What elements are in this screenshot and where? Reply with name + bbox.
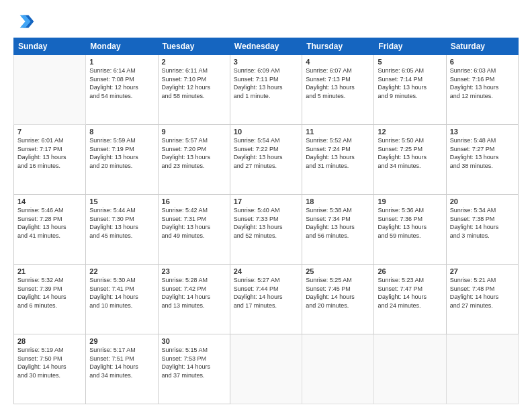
cell-content: Sunrise: 5:48 AMSunset: 7:27 PMDaylight:… — [450, 136, 515, 170]
day-number: 14 — [17, 197, 82, 205]
week-row-0: 1Sunrise: 6:14 AMSunset: 7:08 PMDaylight… — [14, 55, 519, 125]
calendar-cell: 22Sunrise: 5:30 AMSunset: 7:41 PMDayligh… — [86, 265, 158, 334]
day-number: 24 — [234, 267, 298, 275]
day-number: 15 — [89, 197, 154, 205]
day-number: 22 — [89, 267, 154, 275]
day-number: 30 — [162, 337, 226, 345]
cell-content: Sunrise: 5:36 AMSunset: 7:36 PMDaylight:… — [378, 206, 442, 240]
calendar-cell: 12Sunrise: 5:50 AMSunset: 7:25 PMDayligh… — [374, 125, 446, 195]
calendar-cell: 19Sunrise: 5:36 AMSunset: 7:36 PMDayligh… — [374, 195, 446, 265]
day-header-monday: Monday — [86, 38, 158, 55]
cell-content: Sunrise: 5:27 AMSunset: 7:44 PMDaylight:… — [234, 276, 298, 310]
day-number: 13 — [450, 128, 515, 136]
cell-content: Sunrise: 6:03 AMSunset: 7:16 PMDaylight:… — [450, 66, 515, 100]
calendar-cell: 27Sunrise: 5:21 AMSunset: 7:48 PMDayligh… — [446, 265, 518, 334]
calendar-cell: 25Sunrise: 5:25 AMSunset: 7:45 PMDayligh… — [302, 265, 374, 334]
week-row-1: 7Sunrise: 6:01 AMSunset: 7:17 PMDaylight… — [14, 125, 519, 195]
calendar-cell: 6Sunrise: 6:03 AMSunset: 7:16 PMDaylight… — [446, 55, 518, 125]
calendar-cell — [302, 334, 374, 404]
cell-content: Sunrise: 5:42 AMSunset: 7:31 PMDaylight:… — [162, 206, 226, 240]
cell-content: Sunrise: 5:40 AMSunset: 7:33 PMDaylight:… — [234, 206, 298, 240]
cell-content: Sunrise: 6:11 AMSunset: 7:10 PMDaylight:… — [162, 66, 226, 100]
day-number: 12 — [378, 128, 442, 136]
cell-content: Sunrise: 5:52 AMSunset: 7:24 PMDaylight:… — [306, 136, 370, 170]
calendar-cell: 2Sunrise: 6:11 AMSunset: 7:10 PMDaylight… — [158, 55, 230, 125]
calendar-cell — [230, 334, 302, 404]
cell-content: Sunrise: 5:25 AMSunset: 7:45 PMDaylight:… — [306, 276, 370, 310]
day-number: 29 — [89, 337, 154, 345]
day-number: 4 — [306, 58, 370, 66]
cell-content: Sunrise: 6:01 AMSunset: 7:17 PMDaylight:… — [17, 136, 82, 170]
cell-content: Sunrise: 5:38 AMSunset: 7:34 PMDaylight:… — [306, 206, 370, 240]
calendar-cell — [374, 334, 446, 404]
calendar-cell: 14Sunrise: 5:46 AMSunset: 7:28 PMDayligh… — [14, 195, 86, 265]
week-row-4: 28Sunrise: 5:19 AMSunset: 7:50 PMDayligh… — [14, 334, 519, 404]
week-row-2: 14Sunrise: 5:46 AMSunset: 7:28 PMDayligh… — [14, 195, 519, 265]
day-number: 1 — [89, 58, 154, 66]
cell-content: Sunrise: 5:19 AMSunset: 7:50 PMDaylight:… — [17, 346, 82, 379]
calendar-cell: 11Sunrise: 5:52 AMSunset: 7:24 PMDayligh… — [302, 125, 374, 195]
day-number: 9 — [162, 128, 226, 136]
day-number: 25 — [306, 267, 370, 275]
calendar-cell: 10Sunrise: 5:54 AMSunset: 7:22 PMDayligh… — [230, 125, 302, 195]
calendar-cell: 29Sunrise: 5:17 AMSunset: 7:51 PMDayligh… — [86, 334, 158, 404]
day-header-saturday: Saturday — [446, 38, 518, 55]
calendar-cell: 7Sunrise: 6:01 AMSunset: 7:17 PMDaylight… — [14, 125, 86, 195]
cell-content: Sunrise: 6:07 AMSunset: 7:13 PMDaylight:… — [306, 66, 370, 100]
day-header-thursday: Thursday — [302, 38, 374, 55]
calendar-cell: 17Sunrise: 5:40 AMSunset: 7:33 PMDayligh… — [230, 195, 302, 265]
cell-content: Sunrise: 5:54 AMSunset: 7:22 PMDaylight:… — [234, 136, 298, 170]
cell-content: Sunrise: 6:14 AMSunset: 7:08 PMDaylight:… — [89, 66, 154, 100]
calendar-cell: 5Sunrise: 6:05 AMSunset: 7:14 PMDaylight… — [374, 55, 446, 125]
day-number: 20 — [450, 197, 515, 205]
calendar-cell: 28Sunrise: 5:19 AMSunset: 7:50 PMDayligh… — [14, 334, 86, 404]
day-number: 26 — [378, 267, 442, 275]
calendar-cell: 8Sunrise: 5:59 AMSunset: 7:19 PMDaylight… — [86, 125, 158, 195]
calendar-cell: 4Sunrise: 6:07 AMSunset: 7:13 PMDaylight… — [302, 55, 374, 125]
cell-content: Sunrise: 5:15 AMSunset: 7:53 PMDaylight:… — [162, 346, 226, 379]
calendar-cell — [446, 334, 518, 404]
cell-content: Sunrise: 5:57 AMSunset: 7:20 PMDaylight:… — [162, 136, 226, 170]
cell-content: Sunrise: 5:46 AMSunset: 7:28 PMDaylight:… — [17, 206, 82, 240]
day-number: 18 — [306, 197, 370, 205]
day-number: 5 — [378, 58, 442, 66]
day-number: 8 — [89, 128, 154, 136]
calendar-cell: 9Sunrise: 5:57 AMSunset: 7:20 PMDaylight… — [158, 125, 230, 195]
day-header-friday: Friday — [374, 38, 446, 55]
calendar-cell: 1Sunrise: 6:14 AMSunset: 7:08 PMDaylight… — [86, 55, 158, 125]
logo-icon — [13, 11, 35, 32]
cell-content: Sunrise: 5:34 AMSunset: 7:38 PMDaylight:… — [450, 206, 515, 240]
day-number: 16 — [162, 197, 226, 205]
cell-content: Sunrise: 5:32 AMSunset: 7:39 PMDaylight:… — [17, 276, 82, 310]
calendar-cell: 30Sunrise: 5:15 AMSunset: 7:53 PMDayligh… — [158, 334, 230, 404]
day-number: 19 — [378, 197, 442, 205]
cell-content: Sunrise: 5:23 AMSunset: 7:47 PMDaylight:… — [378, 276, 442, 310]
header — [13, 11, 519, 32]
cell-content: Sunrise: 5:44 AMSunset: 7:30 PMDaylight:… — [89, 206, 154, 240]
day-number: 17 — [234, 197, 298, 205]
cell-content: Sunrise: 5:59 AMSunset: 7:19 PMDaylight:… — [89, 136, 154, 170]
calendar-cell: 21Sunrise: 5:32 AMSunset: 7:39 PMDayligh… — [14, 265, 86, 334]
page: SundayMondayTuesdayWednesdayThursdayFrid… — [0, 0, 532, 411]
cell-content: Sunrise: 5:17 AMSunset: 7:51 PMDaylight:… — [89, 346, 154, 379]
calendar-cell: 16Sunrise: 5:42 AMSunset: 7:31 PMDayligh… — [158, 195, 230, 265]
calendar-cell: 15Sunrise: 5:44 AMSunset: 7:30 PMDayligh… — [86, 195, 158, 265]
calendar-cell: 23Sunrise: 5:28 AMSunset: 7:42 PMDayligh… — [158, 265, 230, 334]
calendar-cell — [14, 55, 86, 125]
cell-content: Sunrise: 5:21 AMSunset: 7:48 PMDaylight:… — [450, 276, 515, 310]
calendar-cell: 24Sunrise: 5:27 AMSunset: 7:44 PMDayligh… — [230, 265, 302, 334]
day-header-sunday: Sunday — [14, 38, 86, 55]
cell-content: Sunrise: 5:50 AMSunset: 7:25 PMDaylight:… — [378, 136, 442, 170]
day-number: 6 — [450, 58, 515, 66]
calendar-cell: 26Sunrise: 5:23 AMSunset: 7:47 PMDayligh… — [374, 265, 446, 334]
day-number: 7 — [17, 128, 82, 136]
day-number: 28 — [17, 337, 82, 345]
calendar-table: SundayMondayTuesdayWednesdayThursdayFrid… — [13, 38, 519, 404]
calendar-cell: 13Sunrise: 5:48 AMSunset: 7:27 PMDayligh… — [446, 125, 518, 195]
cell-content: Sunrise: 6:05 AMSunset: 7:14 PMDaylight:… — [378, 66, 442, 100]
logo — [13, 11, 38, 32]
calendar-cell: 20Sunrise: 5:34 AMSunset: 7:38 PMDayligh… — [446, 195, 518, 265]
day-number: 21 — [17, 267, 82, 275]
day-header-tuesday: Tuesday — [158, 38, 230, 55]
calendar-cell: 3Sunrise: 6:09 AMSunset: 7:11 PMDaylight… — [230, 55, 302, 125]
